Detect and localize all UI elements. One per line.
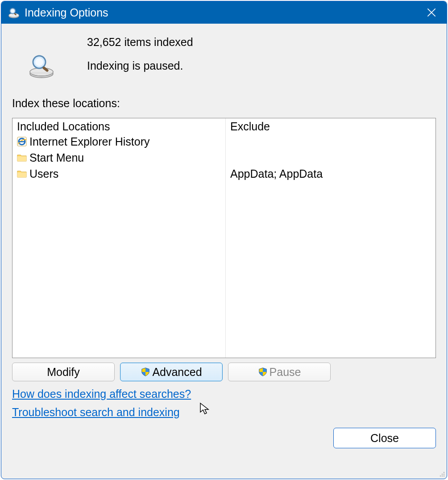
list-item[interactable]: Start Menu bbox=[16, 150, 222, 165]
svg-rect-16 bbox=[19, 141, 25, 142]
folder-icon bbox=[16, 152, 28, 163]
modify-button-label: Modify bbox=[47, 366, 80, 379]
folder-icon bbox=[16, 168, 28, 179]
status-block: 32,652 items indexed Indexing is paused. bbox=[12, 34, 436, 79]
button-row: Modify Advanced bbox=[12, 363, 436, 381]
svg-rect-9 bbox=[31, 72, 52, 74]
advanced-button-label: Advanced bbox=[152, 366, 202, 379]
help-links: How does indexing affect searches? Troub… bbox=[12, 388, 436, 419]
list-item[interactable]: Internet Explorer History bbox=[16, 134, 222, 149]
close-button-label: Close bbox=[370, 432, 399, 445]
pause-button-label: Pause bbox=[270, 366, 301, 379]
troubleshoot-link[interactable]: Troubleshoot search and indexing bbox=[12, 406, 180, 419]
indexing-options-window: Indexing Options 32,6 bbox=[1, 1, 447, 479]
ie-icon bbox=[16, 136, 28, 147]
exclude-column-header: Exclude bbox=[229, 120, 432, 133]
svg-point-21 bbox=[442, 476, 443, 477]
close-button[interactable]: Close bbox=[333, 428, 436, 448]
svg-point-12 bbox=[35, 58, 43, 66]
close-icon[interactable] bbox=[421, 2, 442, 23]
svg-point-19 bbox=[444, 474, 445, 475]
advanced-button[interactable]: Advanced bbox=[120, 363, 223, 381]
modify-button[interactable]: Modify bbox=[12, 363, 115, 381]
titlebar[interactable]: Indexing Options bbox=[1, 1, 447, 24]
index-drive-icon bbox=[28, 52, 55, 79]
svg-point-17 bbox=[444, 472, 445, 473]
indexing-icon bbox=[8, 6, 20, 19]
svg-point-18 bbox=[442, 474, 443, 475]
list-item-label: Start Menu bbox=[29, 151, 84, 164]
content-area: 32,652 items indexed Indexing is paused.… bbox=[1, 24, 447, 479]
shield-icon bbox=[258, 367, 268, 377]
list-item-label: Users bbox=[29, 167, 58, 180]
resize-grip[interactable] bbox=[438, 470, 446, 478]
locations-label: Index these locations: bbox=[12, 97, 436, 110]
indexed-count: 32,652 items indexed bbox=[87, 34, 193, 50]
indexing-state: Indexing is paused. bbox=[87, 58, 193, 74]
svg-point-22 bbox=[444, 476, 445, 477]
pause-button: Pause bbox=[228, 363, 331, 381]
exclude-value bbox=[229, 134, 432, 149]
svg-point-3 bbox=[11, 9, 14, 13]
window-title: Indexing Options bbox=[25, 6, 421, 19]
list-item[interactable]: Users bbox=[16, 166, 222, 181]
list-item-label: Internet Explorer History bbox=[29, 135, 150, 148]
svg-point-1 bbox=[9, 13, 19, 17]
included-column-header: Included Locations bbox=[16, 120, 222, 133]
svg-point-20 bbox=[440, 476, 441, 477]
exclude-value: AppData; AppData bbox=[229, 166, 432, 181]
exclude-value bbox=[229, 150, 432, 165]
shield-icon bbox=[141, 367, 150, 377]
locations-list[interactable]: Included Locations Internet Explorer His… bbox=[12, 118, 436, 358]
help-link[interactable]: How does indexing affect searches? bbox=[12, 388, 191, 401]
